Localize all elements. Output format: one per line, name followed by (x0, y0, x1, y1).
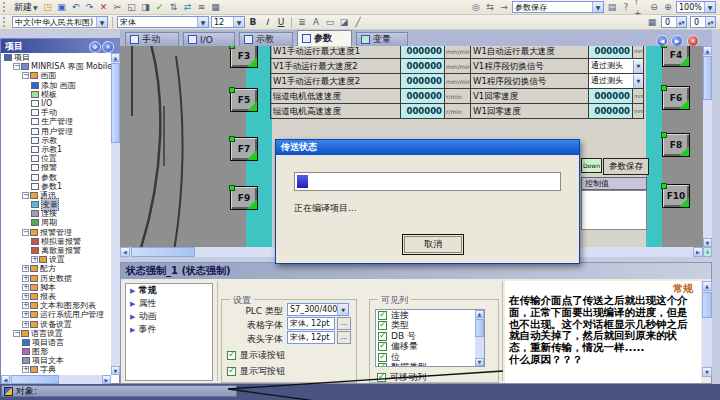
param-name-cell[interactable]: 辊道电机低速速度 (271, 89, 401, 104)
link-icon[interactable]: ▦ (210, 1, 222, 13)
chevron-down-icon[interactable]: ▼ (592, 2, 603, 12)
line-style-icon[interactable]: ╱ (352, 16, 364, 28)
collapse-icon[interactable]: − (22, 72, 29, 79)
context-help-icon[interactable]: ?+ (634, 1, 646, 13)
param-value-cell[interactable]: 000000 (401, 74, 445, 89)
stepper-arrows-icon[interactable]: ▲▼ (705, 17, 715, 27)
param-value-cell[interactable]: 000000 (401, 89, 445, 104)
goto-icon[interactable]: → (498, 1, 510, 13)
grid-icon[interactable]: ▦ (646, 16, 658, 28)
y-position-stepper[interactable]: 0▲▼ (690, 16, 716, 28)
parameter-table[interactable]: W1手动运行最大速度1000000mm/minW1自动运行最大速度000000m… (270, 46, 644, 119)
column-checkbox[interactable] (378, 363, 387, 367)
tab-变量[interactable]: 变量 (356, 32, 408, 46)
expand-icon[interactable]: + (22, 293, 29, 300)
toolbar-grip[interactable] (3, 17, 8, 27)
toolbar-grip[interactable] (3, 2, 8, 12)
bold-button[interactable]: B (247, 16, 259, 28)
tree-item-MINRISA 界面 Mobile Pane[interactable]: −MINRISA 界面 Mobile Pane (2, 62, 111, 71)
language-combo[interactable]: 中文(中华人民共和国)▼ (12, 16, 108, 28)
collapse-icon[interactable]: − (13, 63, 20, 70)
project-tree-vscrollbar[interactable]: ▲ ▼ (111, 53, 120, 375)
font-size-combo[interactable]: 12▼ (211, 16, 245, 28)
expand-icon[interactable]: + (22, 321, 29, 328)
chevron-down-icon[interactable]: ▼ (633, 60, 643, 73)
plc-type-combo[interactable]: S7_300/400▼ (287, 303, 349, 316)
text-color-icon[interactable]: A (310, 16, 322, 28)
tab-示教[interactable]: 示教 (239, 32, 293, 46)
param-name-cell[interactable]: 辊道电机高速速度 (271, 104, 401, 119)
param-value-cell[interactable]: 000000 (401, 46, 445, 59)
chevron-down-icon[interactable]: ▼ (704, 2, 715, 12)
transfer-icon[interactable]: ⇄ (182, 1, 194, 13)
dialog-titlebar[interactable]: 传送状态 (276, 140, 579, 155)
category-属性[interactable]: ▶属性 (126, 297, 212, 310)
tree-item-脚本[interactable]: +脚本 (2, 283, 111, 292)
fkey-F9[interactable]: F9 (230, 186, 258, 210)
fkey-F4[interactable]: F4 (662, 46, 690, 67)
cancel-button[interactable]: 取消 (404, 236, 462, 253)
param-value-cell[interactable]: 000000 (589, 89, 633, 104)
category-常规[interactable]: ▶常规 (126, 284, 212, 297)
param-name-cell[interactable]: V1手动运行最大速度2 (271, 59, 401, 74)
param-value-cell[interactable]: 000000 (589, 104, 633, 119)
font-combo[interactable]: 宋体▼ (117, 16, 209, 28)
show-write-checkbox[interactable] (227, 367, 236, 376)
delete-icon[interactable]: ✕ (98, 1, 110, 13)
underline-button[interactable]: U (275, 16, 287, 28)
table-font-field[interactable]: 宋体, 12pt (287, 317, 335, 330)
italic-button[interactable]: I (261, 16, 273, 28)
open-icon[interactable]: ◳ (42, 1, 54, 13)
help-icon[interactable]: ? (620, 1, 632, 13)
save-icon[interactable]: ▣ (56, 1, 68, 13)
chevron-down-icon[interactable]: ▼ (233, 17, 244, 27)
align-icon[interactable]: ≣ (296, 16, 308, 28)
save-params-button[interactable]: 参数保存 (603, 158, 649, 175)
zoom-out-icon[interactable]: ⊖ (648, 1, 660, 13)
expand-icon[interactable]: + (22, 265, 29, 272)
expand-icon[interactable]: + (31, 256, 38, 263)
chevron-down-icon[interactable]: ▼ (96, 17, 107, 27)
columns-list-scrollbar[interactable]: ▲ ▼ (475, 310, 484, 366)
tab-手动[interactable]: 手动 (125, 32, 179, 46)
param-value-cell[interactable]: 000000 (589, 46, 633, 59)
param-dropdown-cell[interactable]: 通过测头▼ (589, 74, 644, 89)
jump-target-combo[interactable]: 参数保存▼ (512, 1, 604, 13)
param-value-cell[interactable]: 000000 (401, 104, 445, 119)
chevron-down-icon[interactable]: ▼ (197, 17, 208, 27)
refresh-icon[interactable]: ⇆ (484, 1, 496, 13)
tree-item-项目文本[interactable]: 项目文本 (2, 356, 111, 365)
param-name-cell[interactable]: W1手动运行最大速度1 (271, 46, 401, 59)
new-button[interactable]: 新建▼ (12, 1, 40, 13)
stepper-arrows-icon[interactable]: ▲▼ (676, 17, 686, 27)
tree-item-项目语言[interactable]: 项目语言 (2, 338, 111, 347)
fkey-F5[interactable]: F5 (230, 88, 258, 112)
zoom-in-icon[interactable]: ⊕ (662, 1, 674, 13)
control-value-table[interactable] (581, 190, 647, 230)
param-dropdown-cell[interactable]: 通过测头▼ (589, 59, 644, 74)
collapse-icon[interactable]: − (22, 192, 29, 199)
header-font-browse-button[interactable]: ... (337, 331, 351, 344)
param-value-cell[interactable]: 000000 (401, 59, 445, 74)
param-name-cell[interactable]: W1回零速度 (471, 104, 589, 119)
tree-item-设置[interactable]: +设置 (2, 255, 111, 264)
fkey-F3[interactable]: F3 (230, 46, 258, 68)
tree-item-参数1[interactable]: 参数1 (2, 182, 111, 191)
tab-参数[interactable]: 参数 (297, 30, 352, 46)
editor-vscrollbar[interactable]: ▲ ▼ (703, 46, 712, 247)
project-tree-hscrollbar[interactable]: ◀ ▶ (1, 375, 111, 384)
tree-item-模板[interactable]: 模板 (2, 90, 111, 99)
down-button[interactable]: Down (581, 158, 602, 173)
sync-icon[interactable]: ⇅ (168, 1, 180, 13)
collapse-icon[interactable]: − (13, 330, 20, 337)
chevron-down-icon[interactable]: ▼ (337, 304, 348, 315)
tree-item-历史数据[interactable]: +历史数据 (2, 274, 111, 283)
list-icon[interactable]: ≡ (196, 1, 208, 13)
print-icon[interactable]: ▤ (606, 1, 618, 13)
panel-pin-icon[interactable]: ✜ (89, 41, 101, 53)
param-name-cell[interactable]: W1手动运行最大速度2 (271, 74, 401, 89)
redo-icon[interactable]: ↷ (84, 1, 96, 13)
expand-icon[interactable]: + (22, 302, 29, 309)
copy-icon[interactable]: ◱ (126, 1, 138, 13)
category-动画[interactable]: ▶动画 (126, 310, 212, 323)
